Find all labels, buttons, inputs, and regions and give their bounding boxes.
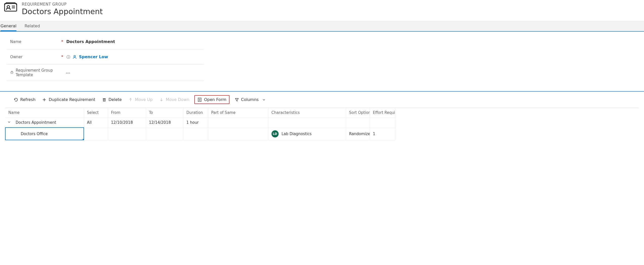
delete-button[interactable]: Delete [100, 96, 123, 103]
char-text: Lab Diagnostics [282, 132, 312, 136]
col-sort-option[interactable]: Sort Option [346, 108, 370, 118]
columns-button[interactable]: Columns [233, 96, 267, 103]
cell-effort [370, 118, 395, 128]
duplicate-label: Duplicate Requirement [49, 97, 95, 102]
cell-name: Doctors Office [21, 132, 48, 136]
required-indicator: * [61, 39, 65, 44]
open-form-label: Open Form [204, 97, 226, 102]
grid-row-parent[interactable]: Doctors Appointment All 12/10/2018 12/14… [5, 118, 395, 128]
move-down-label: Move Down [166, 97, 189, 102]
required-indicator: * [61, 54, 65, 59]
svg-point-6 [68, 56, 69, 56]
cell-sort [346, 118, 370, 128]
col-duration[interactable]: Duration [183, 108, 208, 118]
tab-related[interactable]: Related [25, 21, 40, 31]
col-effort-required[interactable]: Effort Require [370, 108, 395, 118]
requirement-group-icon [4, 2, 18, 13]
cell-duration: 1 hour [183, 118, 208, 128]
page-header: REQUIREMENT GROUP Doctors Appointment [0, 0, 644, 21]
page-title: Doctors Appointment [22, 7, 103, 16]
info-icon [66, 55, 70, 59]
columns-label: Columns [241, 97, 259, 102]
field-name-value[interactable]: Doctors Appointment [66, 38, 204, 46]
cell-to: 12/14/2018 [146, 118, 183, 128]
cell-char: LD Lab Diagnostics [268, 128, 346, 140]
field-template-value: --- [66, 69, 204, 77]
requirements-grid: Name Select From To Duration Part of Sam… [5, 108, 639, 140]
duplicate-button[interactable]: Duplicate Requirement [40, 96, 97, 103]
col-to[interactable]: To [146, 108, 183, 118]
col-select[interactable]: Select [84, 108, 108, 118]
person-icon [72, 55, 77, 59]
open-form-button[interactable]: Open Form [194, 95, 229, 104]
refresh-label: Refresh [20, 97, 35, 102]
owner-link[interactable]: Spencer Low [79, 54, 108, 59]
grid-row-child[interactable]: Doctors Office LD Lab Diagnostics Random… [5, 128, 395, 140]
cell-effort: 1 [370, 128, 395, 140]
col-characteristics[interactable]: Characteristics [268, 108, 346, 118]
field-name-row: Name * Doctors Appointment [7, 34, 204, 49]
field-owner-value[interactable]: Spencer Low [66, 53, 204, 61]
move-up-button: Move Up [127, 96, 154, 103]
subgrid-toolbar: Refresh Duplicate Requirement Delete Mov… [0, 92, 644, 108]
move-up-label: Move Up [135, 97, 153, 102]
cell-sort: Randomize [346, 128, 370, 140]
col-from[interactable]: From [108, 108, 146, 118]
move-down-button: Move Down [158, 96, 191, 103]
cell-from [108, 128, 146, 140]
delete-label: Delete [109, 97, 122, 102]
cell-select [84, 128, 108, 140]
cell-name: Doctors Appointment [16, 120, 56, 125]
cell-from: 12/10/2018 [108, 118, 146, 128]
svg-point-7 [74, 55, 75, 57]
svg-rect-8 [11, 72, 13, 73]
cell-select: All [84, 118, 108, 128]
svg-rect-0 [5, 4, 17, 11]
filter-icon [235, 97, 239, 102]
label-owner: Owner [10, 55, 23, 59]
col-name[interactable]: Name [5, 108, 84, 118]
refresh-button[interactable]: Refresh [12, 96, 37, 103]
trash-icon [102, 97, 107, 102]
label-name: Name [10, 39, 21, 44]
tab-general[interactable]: General [1, 21, 16, 31]
cell-char [268, 118, 346, 128]
field-template-row: Requirement Group Template --- [7, 65, 204, 81]
general-section: Name * Doctors Appointment Owner * Spenc… [0, 31, 644, 87]
arrow-up-icon [128, 97, 133, 102]
label-template: Requirement Group Template [16, 68, 60, 77]
form-icon [197, 97, 202, 102]
expand-icon[interactable] [7, 120, 11, 124]
grid-header-row: Name Select From To Duration Part of Sam… [5, 108, 395, 118]
subgrid-section: Refresh Duplicate Requirement Delete Mov… [0, 91, 644, 150]
col-part-of-same[interactable]: Part of Same [208, 108, 268, 118]
cell-to [146, 128, 183, 140]
header-eyebrow: REQUIREMENT GROUP [22, 2, 103, 7]
field-owner-row: Owner * Spencer Low [7, 49, 204, 65]
lock-icon [10, 70, 14, 75]
cell-part [208, 128, 268, 140]
plus-icon [42, 97, 47, 102]
refresh-icon [14, 97, 18, 102]
cell-duration [183, 128, 208, 140]
cell-part [208, 118, 268, 128]
chevron-down-icon [262, 98, 266, 101]
arrow-down-icon [159, 97, 164, 102]
avatar: LD [272, 130, 279, 137]
svg-rect-11 [103, 99, 105, 101]
tabs-bar: General Related [0, 21, 644, 31]
